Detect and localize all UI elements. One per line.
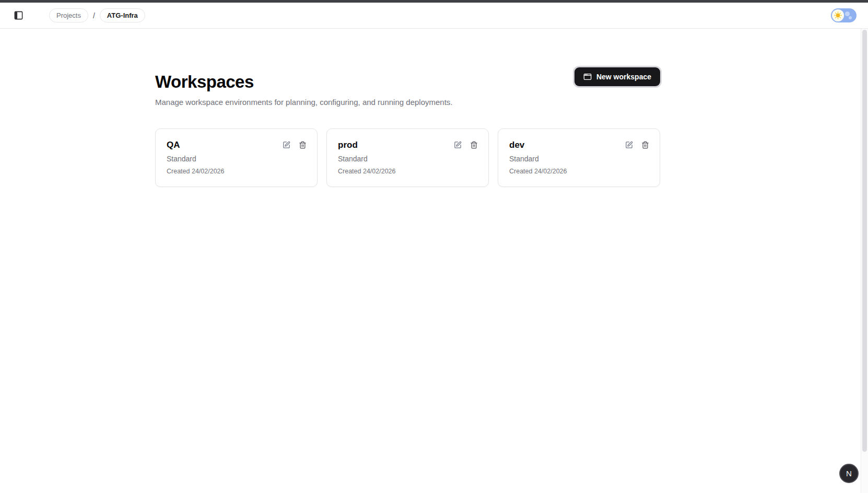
avatar-initial: N bbox=[846, 469, 852, 478]
edit-icon bbox=[283, 141, 290, 149]
breadcrumb: Projects / ATG-Infra bbox=[49, 8, 145, 23]
sun-icon bbox=[832, 9, 844, 21]
breadcrumb-item-projects[interactable]: Projects bbox=[49, 8, 88, 23]
delete-workspace-button[interactable] bbox=[470, 141, 478, 149]
workspace-plan: Standard bbox=[338, 155, 478, 163]
workspace-plan: Standard bbox=[509, 155, 649, 163]
edit-icon bbox=[625, 141, 633, 149]
breadcrumb-separator: / bbox=[93, 11, 95, 20]
edit-workspace-button[interactable] bbox=[625, 141, 633, 149]
card-top-row: prod bbox=[338, 140, 478, 150]
workspace-card-prod[interactable]: prod bbox=[326, 128, 489, 187]
main-content: Workspaces Manage workspace environments… bbox=[155, 29, 660, 187]
card-top-row: QA bbox=[167, 140, 307, 150]
workspace-created-date: Created 24/02/2026 bbox=[338, 168, 478, 175]
sidebar-toggle-button[interactable] bbox=[10, 8, 26, 24]
card-actions bbox=[454, 141, 478, 149]
card-top-row: dev bbox=[509, 140, 649, 150]
delete-workspace-button[interactable] bbox=[641, 141, 649, 149]
delete-workspace-button[interactable] bbox=[299, 141, 307, 149]
user-avatar-button[interactable]: N bbox=[839, 464, 859, 483]
page-scrollbar-thumb[interactable] bbox=[862, 30, 867, 452]
cloud-bubble-icon bbox=[849, 16, 852, 19]
theme-toggle[interactable] bbox=[831, 8, 857, 22]
page-title: Workspaces bbox=[155, 72, 453, 92]
trash-icon bbox=[470, 141, 478, 149]
page-head: Workspaces Manage workspace environments… bbox=[155, 72, 660, 107]
edit-workspace-button[interactable] bbox=[283, 141, 290, 149]
workspace-created-date: Created 24/02/2026 bbox=[167, 168, 307, 175]
page-subtitle: Manage workspace environments for planni… bbox=[155, 98, 453, 107]
card-actions bbox=[283, 141, 307, 149]
page-head-text: Workspaces Manage workspace environments… bbox=[155, 72, 453, 107]
edit-workspace-button[interactable] bbox=[454, 141, 462, 149]
page-scrollbar-track[interactable] bbox=[861, 29, 868, 493]
trash-icon bbox=[641, 141, 649, 149]
cloud-bubble-icon bbox=[845, 11, 850, 16]
new-workspace-button[interactable]: New workspace bbox=[574, 67, 660, 86]
panel-left-icon bbox=[14, 10, 24, 20]
breadcrumb-item-project-name[interactable]: ATG-Infra bbox=[100, 8, 145, 23]
workspace-plan: Standard bbox=[167, 155, 307, 163]
workspace-name: prod bbox=[338, 140, 358, 150]
workspace-name: dev bbox=[509, 140, 524, 150]
workspace-name: QA bbox=[167, 140, 180, 150]
workspace-card-qa[interactable]: QA bbox=[155, 128, 318, 187]
edit-icon bbox=[454, 141, 462, 149]
new-workspace-button-label: New workspace bbox=[596, 73, 651, 81]
workspace-created-date: Created 24/02/2026 bbox=[509, 168, 649, 175]
app-header: Projects / ATG-Infra bbox=[0, 3, 868, 29]
workspace-card-grid: QA bbox=[155, 128, 660, 187]
workspace-card-dev[interactable]: dev bbox=[498, 128, 660, 187]
card-actions bbox=[625, 141, 649, 149]
trash-icon bbox=[299, 141, 307, 149]
app-window-icon bbox=[583, 73, 592, 81]
